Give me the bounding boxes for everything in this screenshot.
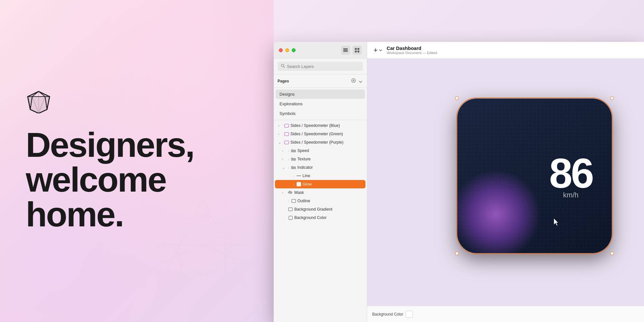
- page-item-explorations[interactable]: Explorations: [276, 99, 365, 109]
- resize-handle-bl[interactable]: [455, 252, 459, 255]
- pages-header: Pages: [274, 74, 367, 88]
- view-toggle-icon[interactable]: [341, 46, 350, 55]
- layer-name: Speed: [298, 148, 363, 153]
- background-color-label: Background Color: [372, 312, 403, 317]
- app-area: Pages Designs Explorations Symbols: [274, 0, 644, 322]
- layer-item-bg-color[interactable]: Background Color: [275, 213, 365, 222]
- svg-rect-30: [357, 51, 359, 52]
- properties-bottom-bar: Background Color: [367, 306, 644, 322]
- artboard-icon: [284, 131, 289, 137]
- page-item-designs[interactable]: Designs: [276, 90, 365, 99]
- dropdown-arrow-icon: [379, 49, 382, 51]
- app-window: Pages Designs Explorations Symbols: [274, 42, 644, 322]
- document-title: Car Dashboard: [387, 45, 639, 51]
- svg-rect-37: [292, 199, 296, 203]
- layer-name: Outline: [298, 199, 363, 203]
- layer-arrow: ›: [282, 157, 287, 161]
- svg-line-32: [284, 67, 285, 68]
- expand-pages-button[interactable]: [358, 78, 363, 84]
- layer-item-purple[interactable]: ⌄ Sides / Speedometer (Purple): [275, 138, 365, 147]
- rect-combined-icon: [291, 198, 296, 204]
- cloud-icon: [288, 190, 293, 195]
- grid-view-icon[interactable]: [353, 46, 362, 55]
- breadcrumb-area: Car Dashboard Workspace Document — Edite…: [387, 45, 639, 55]
- layer-item[interactable]: › Sides / Speedometer (Blue): [275, 121, 365, 130]
- layer-name: Line: [303, 174, 363, 178]
- layer-arrow: ›: [278, 132, 283, 136]
- pages-list: Designs Explorations Symbols: [274, 88, 367, 120]
- add-page-button[interactable]: [351, 78, 356, 84]
- plus-icon: +: [374, 46, 378, 54]
- resize-handle-tr[interactable]: [611, 97, 614, 100]
- symbol-indicator: ↓: [293, 183, 295, 186]
- layer-item[interactable]: › Sides / Speedometer (Green): [275, 130, 365, 138]
- layer-item-mask[interactable]: › Mask: [275, 188, 365, 197]
- layer-arrow: ⌄: [278, 140, 283, 145]
- layer-name: Indicator: [298, 165, 363, 170]
- svg-rect-28: [357, 48, 359, 50]
- cursor-icon: [554, 218, 560, 227]
- canvas-area[interactable]: 86 km/h: [367, 59, 644, 306]
- resize-handle-br[interactable]: [611, 252, 614, 255]
- layer-arrow: ›: [282, 149, 287, 153]
- symbol-indicator: ↓: [288, 199, 289, 203]
- layer-name: Texture: [298, 157, 363, 161]
- search-input-wrap[interactable]: [278, 62, 363, 71]
- layer-item-bg-gradient[interactable]: Background Gradient: [275, 205, 365, 213]
- search-bar: [274, 59, 367, 74]
- layer-item-outline[interactable]: ↓ Outline: [275, 197, 365, 205]
- folder-icon: [291, 165, 296, 170]
- symbol-indicator: ↓: [288, 166, 289, 169]
- glow-icon: [296, 182, 301, 187]
- rect-icon: [288, 207, 293, 212]
- minimize-button[interactable]: [285, 48, 289, 52]
- search-icon: [281, 64, 285, 69]
- document-subtitle: Workspace Document — Edited: [387, 51, 639, 55]
- hero-area: Designers, welcome home.: [0, 0, 274, 322]
- background-color-swatch[interactable]: [406, 311, 413, 318]
- sidebar: Pages Designs Explorations Symbols: [274, 42, 367, 322]
- layer-name-bg-color: Background Color: [294, 215, 362, 220]
- layers-list: › Sides / Speedometer (Blue) › Sides / S…: [274, 120, 367, 322]
- layer-item[interactable]: › ↓ Speed: [275, 147, 365, 155]
- svg-rect-29: [355, 51, 357, 52]
- close-button[interactable]: [279, 48, 283, 52]
- layer-item-line[interactable]: ↓ Line: [275, 172, 365, 180]
- layer-item-glow[interactable]: ↓ Glow: [275, 180, 365, 188]
- checkbox-icon: [288, 215, 293, 220]
- speed-display: 86 km/h: [549, 152, 592, 199]
- resize-handle-tl[interactable]: [455, 97, 459, 100]
- layer-item[interactable]: › ↓ Texture: [275, 155, 365, 163]
- svg-rect-26: [343, 51, 348, 52]
- hero-title: Designers, welcome home.: [26, 128, 248, 232]
- layer-name: Sides / Speedometer (Blue): [290, 123, 362, 128]
- svg-rect-27: [355, 48, 357, 50]
- artboard-icon: [284, 123, 289, 128]
- sketch-logo-icon: [26, 90, 248, 115]
- folder-icon: [291, 148, 296, 153]
- maximize-button[interactable]: [292, 48, 296, 52]
- layer-name: Sides / Speedometer (Purple): [290, 140, 362, 145]
- symbol-indicator: ↓: [288, 157, 289, 161]
- sidebar-titlebar: [274, 42, 367, 59]
- speed-value: 86: [549, 152, 592, 194]
- line-icon: [296, 173, 301, 178]
- layer-name: Mask: [294, 190, 362, 195]
- symbol-indicator: ↓: [288, 149, 289, 152]
- svg-rect-39: [289, 216, 292, 220]
- pages-label: Pages: [278, 79, 351, 83]
- layer-arrow: ›: [282, 191, 287, 194]
- svg-rect-25: [343, 50, 348, 51]
- symbol-indicator: ↓: [293, 174, 295, 177]
- svg-point-31: [281, 64, 284, 67]
- layer-item-indicator[interactable]: ⌄ ↓ Indicator: [275, 163, 365, 172]
- svg-rect-38: [289, 208, 292, 211]
- layer-arrow: ›: [278, 124, 283, 128]
- artboard-icon: [284, 140, 289, 145]
- layer-name: Background Gradient: [294, 207, 362, 212]
- layer-name: Sides / Speedometer (Green): [290, 132, 362, 136]
- add-button[interactable]: +: [372, 45, 384, 56]
- main-titlebar: + Car Dashboard Workspace Document — Edi…: [367, 42, 644, 59]
- search-input[interactable]: [287, 64, 360, 69]
- page-item-symbols[interactable]: Symbols: [276, 109, 365, 118]
